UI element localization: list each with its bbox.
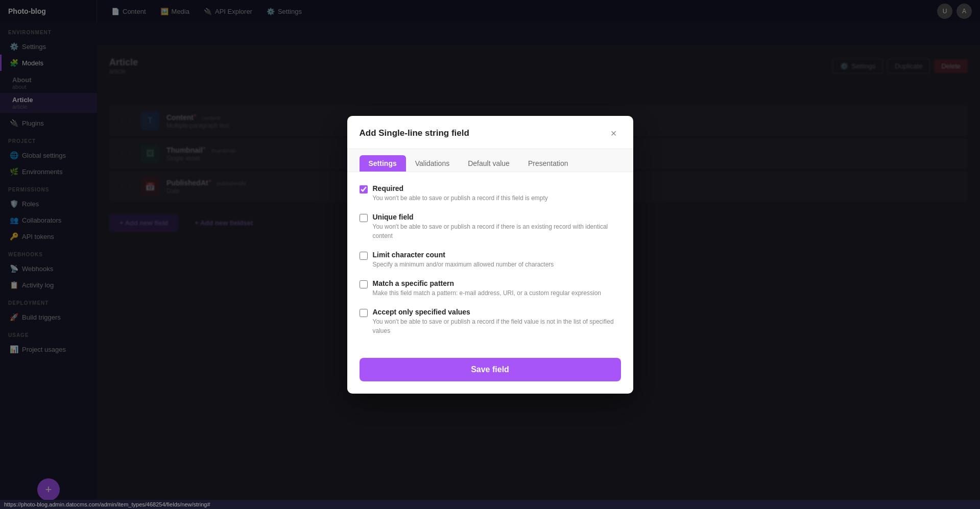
save-field-button[interactable]: Save field [360,358,621,381]
tab-presentation[interactable]: Presentation [519,155,578,172]
pattern-desc: Make this field match a pattern: e-mail … [373,288,621,298]
modal-footer: Save field [347,358,633,394]
specified-values-desc: You won't be able to save or publish a r… [373,317,621,335]
validation-item-unique: Unique field You won't be able to save o… [360,213,621,240]
tab-settings[interactable]: Settings [360,155,406,172]
char-count-checkbox[interactable] [360,252,368,260]
modal-overlay: Add Single-line string field × Settings … [0,0,980,509]
modal-close-button[interactable]: × [607,126,621,140]
unique-label: Unique field [373,213,621,221]
unique-desc: You won't be able to save or publish a r… [373,222,621,240]
tab-default-value[interactable]: Default value [459,155,519,172]
unique-checkbox[interactable] [360,214,368,222]
pattern-label: Match a specific pattern [373,279,621,287]
pattern-checkbox[interactable] [360,280,368,288]
url-bar: https://photo-blog.admin.datocms.com/adm… [0,500,980,509]
validation-item-pattern: Match a specific pattern Make this field… [360,279,621,298]
validation-item-char-count: Limit character count Specify a minimum … [360,251,621,269]
char-count-label: Limit character count [373,251,621,259]
required-desc: You won't be able to save or publish a r… [373,193,621,203]
char-count-desc: Specify a minimum and/or maximum allowed… [373,260,621,269]
required-label: Required [373,184,621,192]
modal-body: Required You won't be able to save or pu… [347,172,633,358]
modal-header: Add Single-line string field × [347,116,633,149]
validation-item-specified-values: Accept only specified values You won't b… [360,308,621,335]
specified-values-checkbox[interactable] [360,309,368,317]
modal-tabs: Settings Validations Default value Prese… [347,149,633,172]
required-checkbox[interactable] [360,185,368,193]
validation-item-required: Required You won't be able to save or pu… [360,184,621,203]
modal-dialog: Add Single-line string field × Settings … [347,116,633,394]
modal-title: Add Single-line string field [360,128,469,138]
specified-values-label: Accept only specified values [373,308,621,316]
tab-validations[interactable]: Validations [406,155,459,172]
